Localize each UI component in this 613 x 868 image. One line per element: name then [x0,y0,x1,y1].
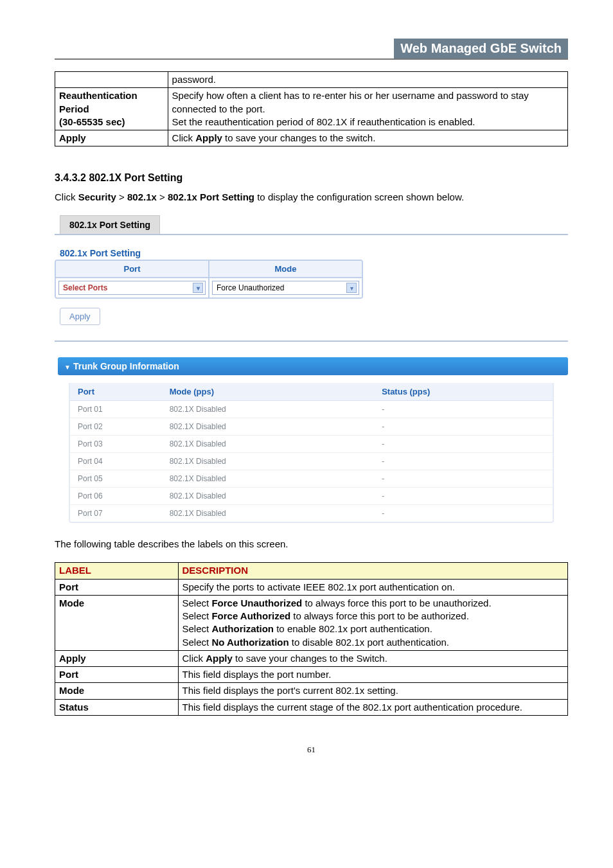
param-desc: Click Apply to save your changes to the … [168,130,567,146]
desc-label: Status [55,699,179,715]
setting-title: 802.1x Port Setting [55,240,568,260]
param-desc: password. [168,72,567,88]
param-desc: Specify how often a client has to re-ent… [168,88,567,130]
desc-col-label: LABEL [55,563,179,579]
table-row: Port 07802.1X Disabled- [70,505,553,522]
tab-port-setting[interactable]: 802.1x Port Setting [60,215,160,234]
table-row: Port 06802.1X Disabled- [70,488,553,505]
desc-text: This field displays the port number. [178,667,567,683]
desc-label: Port [55,667,179,683]
info-col-mode: Mode (pps) [162,383,374,401]
table-row: Port 05802.1X Disabled- [70,470,553,488]
chevron-down-icon: ▾ [346,283,357,293]
trunk-info-header[interactable]: ▼Trunk Group Information [58,357,568,375]
params-table: password.Reauthentication Period(30-6553… [55,71,568,146]
port-setting-panel: Port Mode Select Ports ▾ Force Unauthori… [55,260,363,299]
apply-button[interactable]: Apply [60,308,100,325]
table-row: Port 03802.1X Disabled- [70,436,553,453]
trunk-info-panel: Port Mode (pps) Status (pps) Port 01802.… [69,383,554,523]
desc-col-desc: DESCRIPTION [178,563,567,579]
table-row: Port 02802.1X Disabled- [70,418,553,436]
chevron-down-icon: ▾ [193,283,203,293]
table-row: Port 01802.1X Disabled- [70,401,553,418]
setting-col-mode: Mode [209,261,362,278]
page-number: 61 [55,745,568,755]
page-header: Web Managed GbE Switch [55,39,568,60]
desc-label: Port [55,579,179,595]
description-table: LABEL DESCRIPTION PortSpecify the ports … [55,562,568,716]
mode-select[interactable]: Force Unauthorized ▾ [212,281,359,295]
info-col-port: Port [70,383,162,401]
info-col-status: Status (pps) [374,383,553,401]
port-select[interactable]: Select Ports ▾ [58,281,206,295]
desc-text: This field displays the current stage of… [178,699,567,715]
desc-text: This field displays the port's current 8… [178,683,567,699]
setting-col-port: Port [56,261,209,278]
desc-text: Click Apply to save your changes to the … [178,650,567,666]
table-row: Port 04802.1X Disabled- [70,453,553,470]
chevron-down-icon: ▼ [64,364,71,371]
desc-intro: The following table describes the labels… [55,537,568,551]
desc-text: Specify the ports to activate IEEE 802.1… [178,579,567,595]
param-label: Apply [55,130,168,146]
param-label [55,72,168,88]
section-intro: Click Security > 802.1x > 802.1x Port Se… [55,190,568,204]
desc-text: Select Force Unauthorized to always forc… [178,595,567,650]
tab-bar: 802.1x Port Setting [55,215,568,235]
desc-label: Mode [55,595,179,650]
header-title: Web Managed GbE Switch [394,39,568,58]
desc-label: Apply [55,650,179,666]
divider [55,341,568,342]
param-label: Reauthentication Period(30-65535 sec) [55,88,168,130]
section-heading: 3.4.3.2 802.1X Port Setting [55,172,568,184]
desc-label: Mode [55,683,179,699]
